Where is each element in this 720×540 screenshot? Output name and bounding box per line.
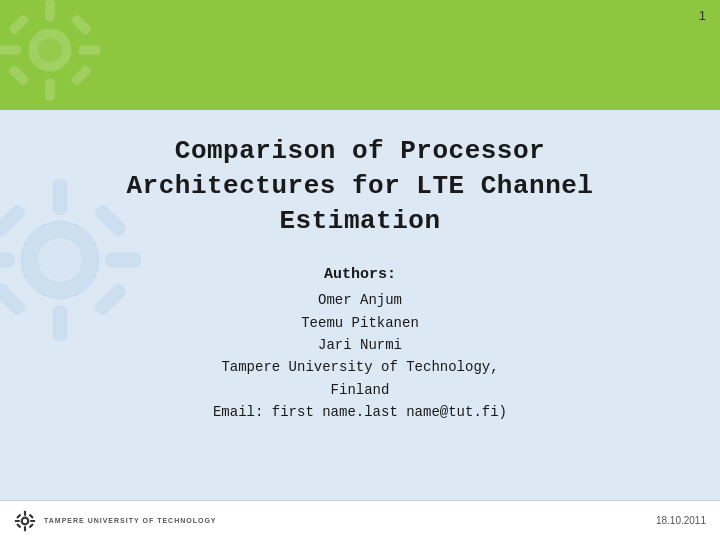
- author1: Omer Anjum: [213, 289, 507, 311]
- authors-block: Authors: Omer Anjum Teemu Pitkanen Jari …: [213, 263, 507, 423]
- tut-logo-icon: [14, 510, 36, 532]
- svg-rect-24: [15, 519, 20, 521]
- svg-rect-28: [16, 523, 21, 528]
- title-line1: Comparison of Processor: [127, 134, 594, 169]
- svg-rect-3: [45, 79, 55, 101]
- top-bar: [0, 0, 720, 110]
- svg-rect-25: [30, 519, 35, 521]
- footer-date: 18.10.2011: [656, 515, 706, 526]
- title-line2: Architectures for LTE Channel: [127, 169, 594, 204]
- slide-body: Comparison of Processor Architectures fo…: [0, 110, 720, 500]
- gear-watermark-top-icon: [0, 0, 110, 110]
- svg-rect-9: [70, 64, 92, 86]
- svg-rect-18: [0, 282, 27, 318]
- affiliation2: Finland: [213, 379, 507, 401]
- svg-rect-14: [0, 253, 15, 267]
- footer-bar: TAMPERE UNIVERSITY OF TECHNOLOGY 18.10.2…: [0, 500, 720, 540]
- svg-rect-2: [45, 0, 55, 21]
- svg-rect-13: [53, 305, 67, 341]
- svg-rect-23: [24, 526, 26, 531]
- email: Email: first name.last name@tut.fi): [213, 401, 507, 423]
- svg-rect-7: [70, 14, 92, 36]
- svg-rect-4: [0, 45, 21, 55]
- slide-title: Comparison of Processor Architectures fo…: [87, 134, 634, 239]
- footer-logo-area: TAMPERE UNIVERSITY OF TECHNOLOGY: [14, 510, 217, 532]
- svg-rect-12: [53, 179, 67, 215]
- title-line3: Estimation: [127, 204, 594, 239]
- svg-rect-29: [29, 523, 34, 528]
- svg-rect-22: [24, 510, 26, 515]
- svg-rect-19: [93, 282, 129, 318]
- svg-rect-16: [0, 203, 27, 239]
- svg-rect-27: [29, 513, 34, 518]
- author2: Teemu Pitkanen: [213, 312, 507, 334]
- footer-logo-text: TAMPERE UNIVERSITY OF TECHNOLOGY: [44, 517, 217, 524]
- svg-rect-15: [105, 253, 141, 267]
- affiliation1: Tampere University of Technology,: [213, 356, 507, 378]
- svg-rect-6: [8, 14, 30, 36]
- svg-rect-5: [79, 45, 101, 55]
- authors-label: Authors:: [213, 263, 507, 287]
- svg-point-1: [38, 38, 62, 62]
- svg-rect-8: [8, 64, 30, 86]
- svg-rect-26: [16, 513, 21, 518]
- slide-number: 1: [699, 8, 706, 23]
- svg-point-11: [38, 238, 81, 281]
- svg-point-21: [23, 518, 27, 522]
- author3: Jari Nurmi: [213, 334, 507, 356]
